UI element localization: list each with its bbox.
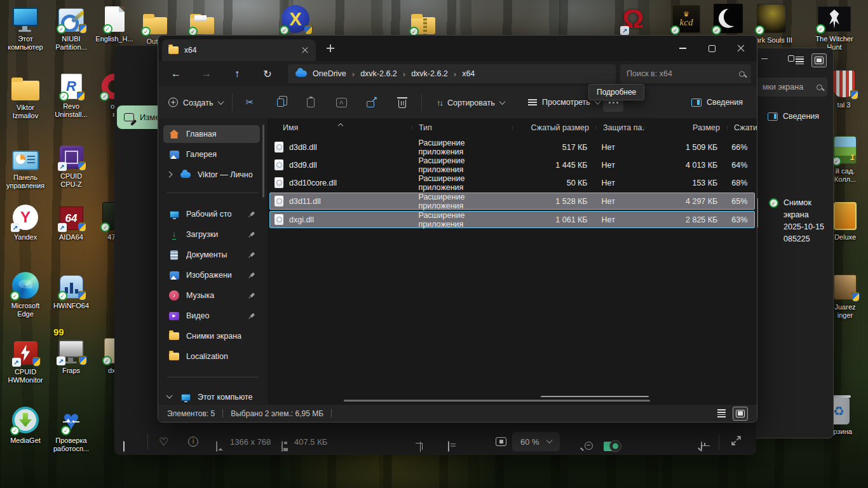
info-icon[interactable]: i	[188, 437, 198, 447]
music-icon: ♪	[168, 290, 180, 301]
desktop-icon-yandex[interactable]: Y↗ Yandex	[3, 201, 48, 241]
desktop-icon-this-pc[interactable]: Этоткомпьютер	[3, 3, 48, 51]
new-tab-button[interactable]	[326, 44, 335, 53]
copy-button[interactable]	[269, 92, 291, 113]
forward-button[interactable]: →	[194, 61, 219, 86]
file-password-cell: Нет	[595, 161, 644, 170]
desktop-icon-english-doc[interactable]: ✓ English_H...	[94, 3, 135, 43]
search-input[interactable]	[627, 69, 734, 78]
desktop-icon-folder-docs[interactable]: ✓	[184, 5, 220, 34]
desktop-icon-control-panel[interactable]: Панельуправления	[3, 141, 48, 190]
share-button[interactable]: ↗	[361, 92, 383, 113]
back-button[interactable]: ←	[163, 61, 189, 86]
large-icons-view-button[interactable]	[811, 53, 827, 67]
close-button[interactable]	[726, 36, 756, 61]
background-explorer-window: мки экрана Сведения ✓ Снимок экрана 2025…	[756, 48, 834, 438]
favorite-heart-icon[interactable]: ♡	[159, 435, 168, 448]
column-header-password[interactable]: Защита па...	[597, 123, 645, 132]
sidebar-item-desktop[interactable]: Рабочий сто	[163, 205, 260, 223]
desktop-icon-health-check[interactable]: ♥✓ Проверкаработосп...	[48, 404, 94, 453]
desktop-icon-fraps[interactable]: 99↗ Fraps	[48, 334, 94, 375]
details-pane-button[interactable]: Сведения	[685, 93, 749, 111]
maximize-button[interactable]	[697, 36, 726, 61]
desktop-icon-niubi[interactable]: ✓ NIUBIPartition...	[48, 3, 94, 51]
background-details-button[interactable]: Сведения	[768, 112, 819, 121]
screenshot-file-item[interactable]: ✓ Снимок экрана 2025-10-15 085225	[769, 197, 824, 245]
filmstrip-toggle-icon[interactable]	[123, 441, 125, 452]
search-box[interactable]	[620, 64, 751, 83]
sidebar-item-localization[interactable]: Localization	[163, 348, 260, 365]
refresh-button[interactable]: ↻	[255, 61, 280, 86]
sidebar-item-videos[interactable]: ▶ Видео	[163, 307, 260, 325]
breadcrumb-item[interactable]: dxvk-2.6.2	[360, 69, 397, 78]
rename-button[interactable]: A	[330, 92, 352, 113]
shortcut-arrow-badge: ↗	[620, 26, 629, 35]
cut-button[interactable]: ✂	[239, 92, 261, 113]
column-header-compressed[interactable]: Сжатый размер	[513, 123, 597, 132]
desktop-icon-kcd[interactable]: ♛kcd✓	[668, 4, 704, 33]
file-row[interactable]: d3d8.dll Расширение приложения 517 КБ Не…	[269, 139, 755, 156]
delete-button[interactable]	[391, 92, 413, 113]
breadcrumb-item[interactable]: x64	[462, 69, 475, 78]
file-row[interactable]: d3d9.dll Расширение приложения 1 445 КБ …	[269, 156, 755, 173]
enhance-icon[interactable]	[496, 437, 506, 446]
sidebar-scrollbar[interactable]	[262, 125, 264, 198]
horizontal-scrollbar[interactable]	[344, 400, 650, 402]
breadcrumb-item[interactable]: dxvk-2.6.2	[411, 69, 448, 78]
sidebar-item-downloads[interactable]: ↓ Загрузки	[163, 226, 260, 243]
minimize-button[interactable]	[668, 36, 697, 61]
zoom-slider-thumb[interactable]	[609, 440, 621, 452]
desktop-icon-edge[interactable]: ✓ MicrosoftEdge	[3, 269, 48, 318]
desktop-icon-witcher[interactable]: ✓ The WitcherHunt	[807, 3, 862, 51]
up-button[interactable]: ↑	[224, 61, 250, 86]
create-button[interactable]: Создать	[162, 93, 229, 112]
desktop-icon-hwmonitor[interactable]: ↗ CPUIDHWMonitor	[3, 336, 48, 384]
paste-button[interactable]	[300, 92, 322, 113]
file-size-cell: 1 509 КБ	[643, 143, 725, 152]
fullscreen-icon[interactable]	[731, 435, 742, 448]
sort-button[interactable]: ↑↓ Сортировать	[430, 93, 511, 112]
details-view-button[interactable]	[714, 407, 729, 421]
desktop-icon-zip-folder[interactable]: ✓	[405, 5, 441, 34]
desktop-icon-crescent[interactable]: ✓	[710, 4, 746, 33]
desktop-icon-revo[interactable]: R✓ RevoUninstall...	[48, 70, 94, 119]
desktop-icon-hwinfo[interactable]: ✓ HWiNFO64	[48, 269, 94, 310]
sidebar-item-gallery[interactable]: Галерея	[163, 146, 260, 163]
column-header-ratio[interactable]: Сжатие	[728, 123, 757, 132]
desktop-icon-cpuz[interactable]: ↗ CPUIDCPU-Z	[48, 140, 94, 189]
desktop-icon-viktor-folder[interactable]: ViktorIzmailov	[3, 71, 48, 120]
breadcrumb-item[interactable]: OneDrive	[313, 69, 346, 78]
synced-check-badge: ✓	[670, 25, 680, 35]
large-icons-view-button[interactable]	[733, 407, 748, 421]
tab-x64[interactable]: x64	[162, 39, 316, 61]
tab-close-icon[interactable]	[301, 46, 309, 55]
sidebar-item-documents[interactable]: Документы	[163, 246, 260, 264]
breadcrumb[interactable]: OneDrive › dxvk-2.6.2 › dxvk-2.6.2 › x64	[288, 64, 616, 83]
file-row[interactable]: dxgi.dll Расширение приложения 1 061 КБ …	[269, 211, 755, 228]
zoom-in-button[interactable]	[701, 442, 702, 451]
details-view-button[interactable]	[792, 53, 807, 67]
zoom-level-dropdown[interactable]: 60 %	[512, 431, 560, 451]
crop-icon[interactable]	[420, 442, 421, 452]
sidebar-item-pictures[interactable]: Изображени	[163, 266, 260, 284]
photos-toolbar: ♡ i 868 x 488 407.5 КБ 60 %	[114, 428, 756, 455]
chevron-right-icon[interactable]	[166, 172, 173, 178]
desktop-icon-gow[interactable]: Ω↗	[615, 4, 651, 33]
file-row[interactable]: d3d11.dll Расширение приложения 1 528 КБ…	[269, 193, 755, 210]
column-header-name[interactable]: Имя	[268, 123, 412, 132]
background-search-box[interactable]: мки экрана	[757, 78, 827, 97]
column-header-type[interactable]: Тип	[412, 123, 513, 132]
sidebar-item-music[interactable]: ♪ Музыка	[163, 287, 260, 304]
file-row[interactable]: d3d10core.dll Расширение приложения 50 К…	[269, 174, 755, 191]
file-size-cell: 4 297 КБ	[643, 197, 725, 206]
sidebar-item-home[interactable]: Главная	[163, 125, 260, 143]
sidebar-item-this-pc[interactable]: Этот компьюте	[175, 388, 260, 406]
annotate-icon[interactable]	[448, 441, 449, 452]
sidebar-item-onedrive[interactable]: Viktor — Лично	[175, 166, 260, 184]
column-header-size[interactable]: Размер	[645, 123, 728, 132]
chevron-down-icon[interactable]	[166, 393, 173, 399]
sidebar-item-screenshots[interactable]: Снимки экрана	[163, 327, 260, 345]
desktop-icon-aida64[interactable]: 64↗ AIDA64	[48, 201, 94, 241]
desktop-icon-dxvk[interactable]: X✓	[278, 4, 313, 33]
desktop-icon-mediaget[interactable]: ✓ MediaGet	[3, 404, 48, 445]
